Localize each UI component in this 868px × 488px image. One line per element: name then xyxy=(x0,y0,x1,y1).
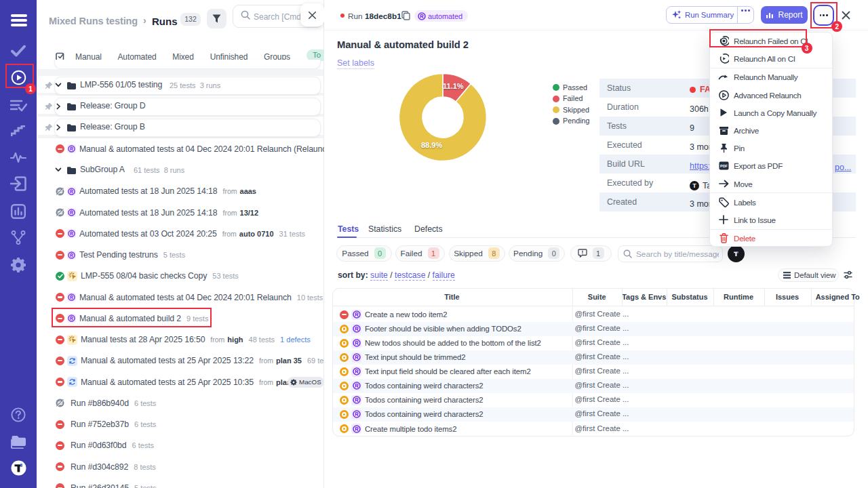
svg-text:PDF: PDF xyxy=(720,164,728,168)
